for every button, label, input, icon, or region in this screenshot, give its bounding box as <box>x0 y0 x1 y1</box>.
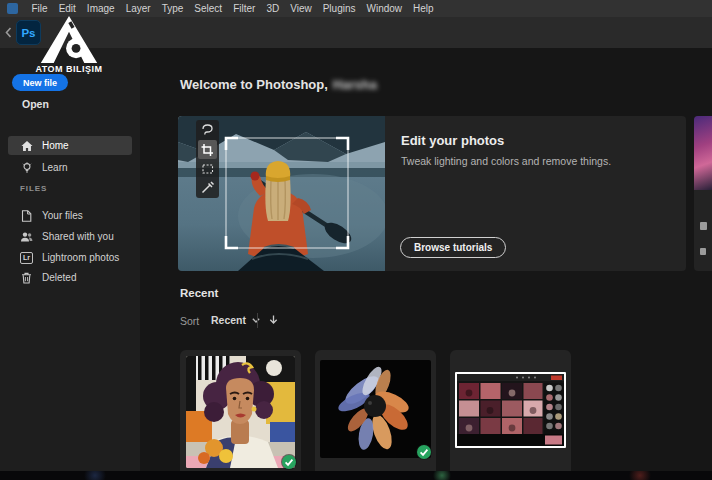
recent-section-title: Recent <box>180 287 218 299</box>
hero-image-canoe <box>178 116 385 271</box>
check-icon <box>417 445 431 459</box>
welcome-username-blurred: Harsha <box>333 77 377 92</box>
recent-thumbnail-pop-art-portrait <box>186 356 295 468</box>
sidebar-item-home[interactable]: Home <box>8 136 132 155</box>
menu-3d[interactable]: 3D <box>261 0 285 17</box>
synced-check-badge <box>282 455 296 469</box>
file-icon <box>20 209 33 222</box>
sort-dropdown-value: Recent <box>211 314 246 326</box>
browse-tutorials-button[interactable]: Browse tutorials <box>400 237 506 258</box>
check-icon <box>282 455 296 469</box>
sidebar-item-lightroom-photos[interactable]: Lr Lightroom photos <box>8 248 132 267</box>
home-icon <box>20 139 33 152</box>
sort-dropdown[interactable]: Recent <box>211 314 260 326</box>
sidebar-item-deleted[interactable]: Deleted <box>8 268 132 287</box>
photoshop-home-window: File Edit Image Layer Type Select Filter… <box>0 0 712 480</box>
menu-help[interactable]: Help <box>408 0 440 17</box>
ps-app-icon[interactable] <box>7 3 18 14</box>
lightbulb-icon <box>20 161 33 174</box>
hero-title: Edit your photos <box>401 133 686 148</box>
synced-check-badge <box>417 445 431 459</box>
recent-file-card-fish[interactable] <box>315 350 436 480</box>
recent-thumbnail-video-call <box>455 372 566 448</box>
open-button[interactable]: Open <box>22 98 49 110</box>
trash-icon <box>20 271 33 284</box>
menu-edit[interactable]: Edit <box>53 0 81 17</box>
welcome-heading: Welcome to Photoshop,Harsha <box>180 77 377 92</box>
recent-file-card-portrait[interactable] <box>180 350 301 480</box>
menu-window[interactable]: Window <box>361 0 408 17</box>
sort-divider <box>257 313 258 328</box>
lightroom-icon: Lr <box>20 251 33 264</box>
lr-badge: Lr <box>20 252 33 264</box>
new-file-button[interactable]: New file <box>12 74 68 91</box>
recent-thumbnail-betta-fish <box>320 360 431 458</box>
sidebar-item-label: Your files <box>42 210 83 221</box>
menu-file[interactable]: File <box>26 0 53 17</box>
menu-type[interactable]: Type <box>156 0 189 17</box>
menu-layer[interactable]: Layer <box>120 0 156 17</box>
sidebar-item-shared-with-you[interactable]: Shared with you <box>8 227 132 246</box>
clipped-text-fragment <box>700 222 707 230</box>
sidebar-item-label: Home <box>42 140 69 151</box>
carousel-next-image <box>694 116 712 190</box>
menu-select[interactable]: Select <box>189 0 228 17</box>
back-chevron-icon[interactable] <box>5 25 15 39</box>
sidebar-item-label: Deleted <box>42 272 76 283</box>
recent-file-card-video-grid[interactable] <box>450 350 571 480</box>
menu-image[interactable]: Image <box>81 0 120 17</box>
sort-label: Sort <box>180 315 199 327</box>
people-icon <box>20 230 33 243</box>
taskbar-sliver <box>0 471 712 480</box>
mini-toolbar <box>196 120 219 198</box>
menu-view[interactable]: View <box>285 0 318 17</box>
menu-filter[interactable]: Filter <box>228 0 261 17</box>
welcome-prefix: Welcome to Photoshop, <box>180 77 328 92</box>
download-sort-direction-icon[interactable] <box>266 313 280 328</box>
menu-plugins[interactable]: Plugins <box>317 0 361 17</box>
clipped-text-fragment <box>700 248 706 255</box>
files-section-header: FILES <box>20 184 47 193</box>
hero-text-panel: Edit your photos Tweak lighting and colo… <box>385 116 686 271</box>
sidebar-item-label: Shared with you <box>42 231 114 242</box>
menu-bar: File Edit Image Layer Type Select Filter… <box>0 0 712 17</box>
sidebar: New file Open Home Learn FILES <box>0 48 140 480</box>
photoshop-logo: Ps <box>16 20 41 45</box>
sidebar-item-label: Lightroom photos <box>42 252 119 263</box>
home-header-strip: Ps <box>0 17 712 48</box>
sidebar-item-learn[interactable]: Learn <box>8 158 132 177</box>
carousel-next-card[interactable] <box>694 116 712 271</box>
hero-subtitle: Tweak lighting and colors and remove thi… <box>401 155 686 167</box>
sidebar-item-your-files[interactable]: Your files <box>8 206 132 225</box>
sidebar-item-label: Learn <box>42 162 68 173</box>
hero-card[interactable]: Edit your photos Tweak lighting and colo… <box>178 116 686 271</box>
